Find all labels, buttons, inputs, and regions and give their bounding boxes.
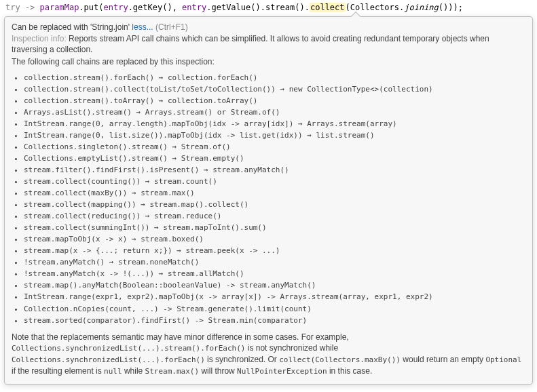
note-code: collect(Collectors.maxBy()) [279,355,401,364]
replacement-item: stream.collect(counting()) → stream.coun… [24,176,525,187]
inspection-tooltip: Can be replaced with 'String.join' less.… [4,16,533,385]
note-code: null [104,367,122,376]
replacement-item: Collections.singleton().stream() → Strea… [24,141,525,153]
replacement-item: collection.stream().toArray() → collecti… [24,95,525,106]
replacement-item: collection.stream().forEach() → collecti… [24,72,525,83]
replacement-item: Arrays.asList().stream() → Arrays.stream… [24,106,525,118]
code-token: .getKey(), [128,3,182,12]
replacement-item: stream.mapToObj(x -> x) → stream.boxed() [24,233,525,245]
note-text: is not synchronized while [245,343,338,353]
note-code: Collections.synchronizedList(...).stream… [12,344,245,353]
code-token: (Collectors. [346,3,405,12]
code-token: ())); [439,3,463,12]
note-text: will throw [199,366,237,376]
code-token: paramMap [40,3,79,12]
replacement-item: !stream.anyMatch(x -> !(...)) → stream.a… [24,268,525,279]
replacement-item: Collections.emptyList().stream() → Strea… [24,153,525,164]
replacement-item: IntStream.range(0, list.size()).mapToObj… [24,130,525,141]
tooltip-shortcut: (Ctrl+F1) [155,22,188,32]
editor-code-line[interactable]: try -> paramMap.put(entry.getKey(), entr… [0,0,537,15]
replacement-item: stream.filter().findFirst().isPresent() … [24,164,525,176]
note-text: Note that the replacements semantic may … [12,332,349,342]
inspection-label: Inspection info: [12,34,67,43]
replacement-item: Collection.nCopies(count, ...) -> Stream… [24,303,525,315]
replacement-item: IntStream.range(0, array.length).mapToOb… [24,118,525,130]
replacement-item: IntStream.range(expr1, expr2).mapToObj(x… [24,291,525,302]
code-token: joining [404,3,439,12]
replacement-item: stream.collect(summingInt()) → stream.ma… [24,222,525,233]
code-prefix: try -> [5,3,40,12]
code-token: .put( [79,3,103,12]
note-text: would return an empty [401,355,485,364]
note-code: Stream.max() [145,367,199,376]
inspection-text: Reports stream API call chains which can… [12,34,489,54]
tooltip-note: Note that the replacements semantic may … [12,332,525,377]
replacements-list: collection.stream().forEach() → collecti… [24,72,525,326]
replacement-item: stream.map().anyMatch(Boolean::booleanVa… [24,279,525,291]
replacement-item: collection.stream().collect(toList/toSet… [24,83,525,95]
code-token: entry [182,3,206,12]
note-code: NullPointerException [237,367,327,376]
note-code: Collections.synchronizedList(...).forEac… [12,355,205,364]
code-token: entry [104,3,128,12]
replacement-item: stream.collect(mapping()) → stream.map()… [24,199,525,210]
note-text: is synchronized. Or [205,355,279,364]
tooltip-title: Can be replaced with 'String.join' [12,22,130,32]
note-text: if the resulting element is [12,366,104,376]
code-token: .getValue().stream(). [206,3,310,12]
replacement-item: stream.collect(reducing()) → stream.redu… [24,210,525,222]
tooltip-less-link[interactable]: less... [132,22,153,32]
note-text: while [122,366,145,376]
replacement-item: !stream.anyMatch() → stream.noneMatch() [24,256,525,268]
code-highlight-collect: collect [310,3,346,12]
note-text: in this case. [327,366,373,376]
inspection-info: Inspection info: Reports stream API call… [12,33,525,55]
replacement-item: stream.sorted(comparator).findFirst() ->… [24,315,525,326]
note-code: Optional [485,355,521,364]
tooltip-subhead: The following call chains are replaced b… [12,56,525,67]
replacement-item: stream.map(x -> {...; return x;}) → stre… [24,245,525,256]
replacement-item: stream.collect(maxBy()) → stream.max() [24,187,525,199]
tooltip-title-row: Can be replaced with 'String.join' less.… [12,22,525,32]
